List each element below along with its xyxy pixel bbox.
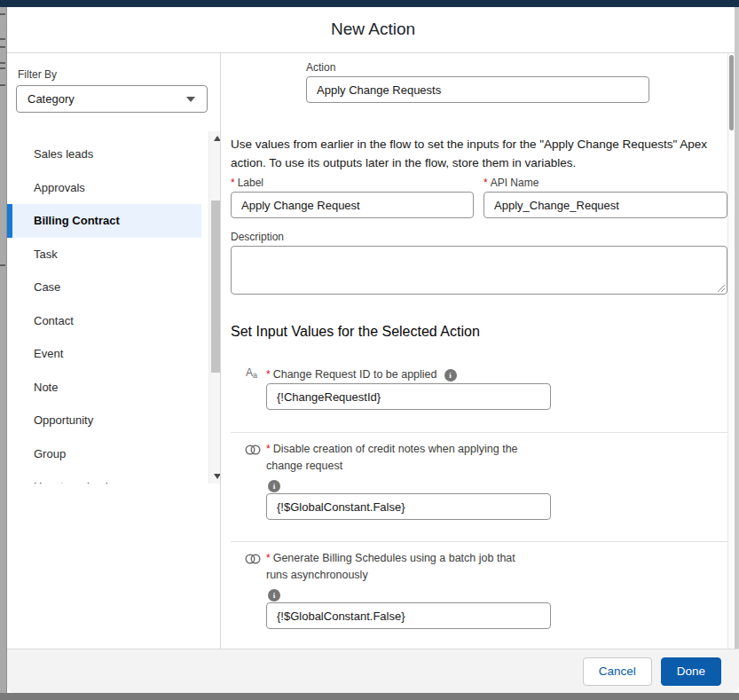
- set-input-values-heading: Set Input Values for the Selected Action: [231, 324, 480, 340]
- api-name-input[interactable]: [483, 192, 727, 218]
- sidebar-item-label: Event: [34, 347, 63, 360]
- sidebar-category-item[interactable]: Note: [7, 371, 201, 405]
- sidebar-category-item[interactable]: Sales leads: [7, 138, 201, 171]
- label-input[interactable]: [231, 192, 474, 218]
- section-divider: [231, 432, 734, 433]
- background-tick: [0, 46, 5, 48]
- info-icon[interactable]: i: [444, 369, 457, 381]
- label-field-label-text: Label: [238, 177, 263, 189]
- triangle-up-icon: [214, 136, 221, 141]
- sidebar-item-label: Task: [34, 248, 58, 261]
- sidebar-item-label: Approvals: [34, 181, 85, 194]
- api-name-field-label: * API Name: [483, 177, 539, 189]
- background-tick: [0, 84, 5, 86]
- panel-scrollbar[interactable]: [727, 53, 735, 649]
- sidebar-item-label: Note: [34, 381, 58, 394]
- input2-label: *Disable creation of credit notes when a…: [266, 441, 522, 475]
- sidebar-category-item[interactable]: Contact: [7, 304, 201, 338]
- sidebar-category-item[interactable]: Event: [7, 337, 201, 371]
- modal-footer: Cancel Done: [7, 649, 739, 693]
- disable-credit-notes-input[interactable]: [266, 493, 551, 520]
- info-icon[interactable]: i: [268, 480, 280, 492]
- description-field-wrap: [231, 246, 727, 295]
- background-bottom-edge: [0, 693, 739, 700]
- boolean-toggle-icon: [245, 553, 262, 565]
- category-filter-value: Category: [17, 92, 186, 106]
- sidebar-item-label: Billing Contract: [34, 214, 120, 227]
- background-tick: [0, 62, 5, 64]
- background-tick: [0, 264, 5, 266]
- sidebar-category-item[interactable]: Opportunity: [7, 404, 201, 437]
- input3-label: *Generate Billing Schedules using a batc…: [266, 550, 532, 584]
- description-label: Description: [231, 231, 284, 243]
- sidebar-category-item[interactable]: Billing Contract: [7, 204, 201, 238]
- input1-label: * Change Request ID to be applied i: [266, 366, 559, 383]
- sidebar-item-label: Group: [34, 447, 66, 460]
- input3-label-text: Generate Billing Schedules using a batch…: [266, 552, 515, 581]
- sidebar-category-item[interactable]: Task: [7, 238, 201, 271]
- label-field-label: * Label: [231, 177, 263, 189]
- sidebar-category-item[interactable]: Case: [7, 271, 201, 304]
- info-icon[interactable]: i: [268, 589, 280, 602]
- category-filter-dropdown[interactable]: Category: [16, 85, 208, 113]
- background-tick: [0, 67, 5, 69]
- selected-indicator-bar: [7, 204, 12, 238]
- background-tick: [0, 38, 5, 40]
- background-top-bar: [0, 0, 739, 7]
- sidebar-item-label: Opportunity: [34, 413, 93, 427]
- action-label: Action: [306, 61, 335, 74]
- description-textarea[interactable]: [231, 246, 727, 295]
- sidebar-category-item[interactable]: Approvals: [7, 171, 201, 205]
- background-tick: [0, 13, 5, 15]
- boolean-toggle-icon: [245, 444, 262, 456]
- required-asterisk: *: [266, 366, 271, 383]
- sidebar-category-item[interactable]: Group: [7, 437, 201, 471]
- action-input[interactable]: [306, 76, 649, 103]
- textarea-resize-handle-icon[interactable]: [716, 283, 726, 293]
- sidebar-category-item[interactable]: Uncategorized: [7, 470, 201, 484]
- sidebar-item-label: Sales leads: [34, 147, 93, 161]
- required-asterisk: *: [483, 177, 488, 189]
- intro-text: Use values from earlier in the flow to s…: [231, 135, 736, 172]
- required-asterisk: *: [266, 552, 271, 564]
- input1-label-text: Change Request ID to be applied: [273, 366, 437, 383]
- action-config-panel: Action Use values from earlier in the fl…: [221, 53, 727, 649]
- required-asterisk: *: [231, 177, 235, 189]
- modal-header: New Action: [7, 7, 739, 53]
- category-sidebar: Filter By Category Sales leads Approvals…: [7, 53, 220, 649]
- sidebar-item-label: Case: [34, 280, 60, 294]
- text-type-icon: Aa: [246, 366, 257, 380]
- done-button[interactable]: Done: [661, 657, 721, 686]
- sidebar-item-label: Uncategorized: [34, 480, 108, 484]
- chevron-down-icon: [186, 97, 195, 102]
- scroll-down-arrow-icon[interactable]: [209, 469, 220, 484]
- triangle-down-icon: [214, 474, 221, 479]
- panel-scrollbar-thumb[interactable]: [729, 55, 734, 130]
- section-divider: [231, 541, 734, 542]
- api-name-label-text: API Name: [491, 177, 539, 189]
- background-left-edge: [0, 0, 7, 693]
- cancel-button[interactable]: Cancel: [583, 657, 652, 686]
- modal-title: New Action: [7, 20, 739, 39]
- sidebar-scrollbar[interactable]: [208, 131, 220, 484]
- category-items: Sales leads Approvals Billing Contract T…: [7, 138, 201, 484]
- background-right-edge: [735, 7, 739, 649]
- category-list: Sales leads Approvals Billing Contract T…: [7, 131, 220, 484]
- generate-billing-schedules-input[interactable]: [266, 602, 551, 629]
- scroll-up-arrow-icon[interactable]: [209, 131, 220, 146]
- input2-label-text: Disable creation of credit notes when ap…: [266, 443, 518, 472]
- filter-by-label: Filter By: [18, 68, 57, 81]
- change-request-id-input[interactable]: [266, 383, 551, 410]
- sidebar-scrollbar-thumb[interactable]: [211, 201, 220, 373]
- required-asterisk: *: [266, 443, 271, 455]
- sidebar-item-label: Contact: [34, 314, 74, 327]
